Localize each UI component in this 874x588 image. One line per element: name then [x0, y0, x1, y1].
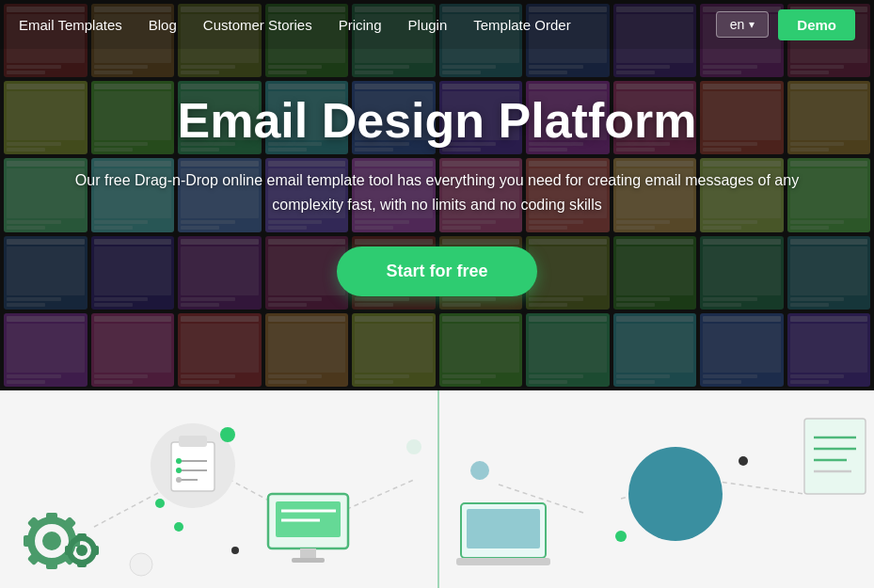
svg-line-2	[339, 480, 414, 513]
svg-point-20	[76, 545, 87, 556]
hero-content: Email Design Platform Our free Drag-n-Dr…	[52, 94, 823, 296]
svg-point-34	[220, 427, 235, 442]
svg-rect-11	[46, 513, 57, 522]
svg-point-33	[176, 477, 182, 483]
nav-pricing[interactable]: Pricing	[339, 17, 382, 33]
illustration-area	[0, 390, 874, 588]
svg-rect-43	[467, 509, 540, 548]
svg-rect-12	[46, 560, 57, 569]
svg-point-31	[176, 458, 182, 464]
nav-customer-stories[interactable]: Customer Stories	[203, 17, 312, 33]
svg-point-32	[176, 468, 182, 473]
start-free-button[interactable]: Start for free	[337, 246, 536, 296]
svg-point-56	[406, 439, 421, 454]
svg-rect-27	[179, 436, 207, 447]
language-button[interactable]: en	[716, 11, 770, 38]
svg-rect-50	[804, 419, 866, 494]
svg-rect-40	[300, 548, 316, 558]
svg-rect-24	[91, 546, 99, 555]
hero-title: Email Design Platform	[71, 94, 804, 148]
nav-links: Email Templates Blog Customer Stories Pr…	[19, 17, 716, 33]
svg-point-46	[470, 461, 489, 480]
illustration-svg	[0, 390, 874, 588]
svg-point-45	[628, 447, 723, 541]
svg-rect-41	[292, 558, 325, 563]
svg-rect-23	[65, 546, 72, 555]
nav-plugin[interactable]: Plugin	[408, 17, 448, 33]
header: Email Templates Blog Customer Stories Pr…	[0, 0, 874, 49]
svg-rect-21	[77, 533, 87, 541]
svg-point-55	[130, 553, 152, 576]
hero-subtitle: Our free Drag-n-Drop online email templa…	[71, 168, 804, 216]
svg-point-10	[42, 532, 61, 550]
header-right: en Demo	[716, 9, 855, 40]
nav-email-templates[interactable]: Email Templates	[19, 17, 122, 33]
svg-point-35	[155, 499, 165, 508]
svg-point-47	[615, 531, 627, 542]
svg-rect-44	[456, 558, 550, 565]
svg-point-48	[739, 456, 748, 466]
svg-point-6	[174, 522, 183, 532]
svg-rect-26	[171, 442, 215, 491]
svg-point-8	[231, 547, 239, 554]
hero-section: Email Design Platform Our free Drag-n-Dr…	[0, 0, 874, 390]
svg-rect-22	[77, 560, 87, 567]
nav-template-order[interactable]: Template Order	[473, 17, 570, 33]
lower-section	[0, 390, 874, 588]
nav-blog[interactable]: Blog	[149, 17, 177, 33]
svg-rect-13	[24, 535, 33, 547]
demo-button[interactable]: Demo	[778, 9, 855, 40]
